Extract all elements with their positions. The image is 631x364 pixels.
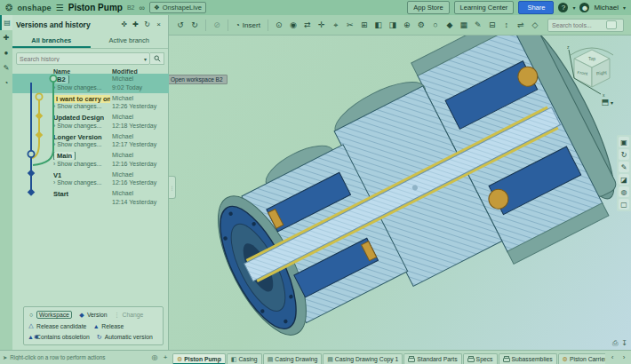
parts-list-icon[interactable]: ▣	[619, 137, 629, 147]
redo-icon[interactable]: ↻	[188, 19, 201, 32]
cylindrical-mate-icon[interactable]: ⊞	[358, 19, 371, 32]
export-icon[interactable]: ↧	[621, 339, 627, 348]
help-icon[interactable]: ?	[558, 3, 568, 12]
view-options-cube-icon: ⬒	[601, 98, 609, 107]
display-states-icon[interactable]: ◍	[619, 186, 629, 197]
orient-icon[interactable]: ⊙	[273, 19, 285, 32]
history-clock-icon[interactable]: ◔	[0, 75, 12, 91]
refresh-graph-button[interactable]: ↻	[141, 19, 153, 30]
title-bar: ❂ onshape ☰ Piston Pump B2 ∞ ❖ OnshapeLi…	[0, 0, 631, 15]
group-icon[interactable]: ◆	[443, 19, 456, 32]
follow-mode-icon[interactable]: ✎	[0, 60, 12, 75]
version-row-longer-version[interactable]: Longer Version › Show changes... Michael…	[12, 131, 169, 151]
show-changes-link[interactable]: › Show changes...	[53, 103, 101, 109]
version-row-v1[interactable]: V1 › Show changes... Michael 12:16 Yeste…	[12, 170, 169, 189]
canvas-right-rail: ▣ ↻ ✎ ◪ ◍ ▢	[617, 135, 631, 211]
onshape-live-badge[interactable]: ❖ OnshapeLive	[149, 2, 206, 13]
section-view-icon[interactable]: ◪	[619, 174, 629, 185]
mate-icon[interactable]: ◉	[287, 19, 300, 32]
tab-piston-pump[interactable]: ⚙ Piston Pump	[172, 353, 226, 364]
model-canvas[interactable]: Open workspace B2 Top Front Right z x ⬒ …	[169, 36, 631, 350]
rollback-icon[interactable]: ⊘	[211, 19, 223, 32]
revolute-mate-icon[interactable]: ✛	[316, 19, 328, 32]
pattern-icon[interactable]: ▦	[458, 19, 470, 32]
version-row-main[interactable]: Main › Show changes... Michael 12:16 Yes…	[12, 150, 169, 170]
planar-mate-icon[interactable]: ✂	[344, 19, 356, 32]
ball-mate-icon[interactable]: ◨	[387, 19, 399, 32]
tab-standard-parts[interactable]: Standard Parts	[403, 353, 461, 364]
release-candidate-legend-icon: △	[28, 322, 35, 329]
show-changes-link[interactable]: › Show changes...	[53, 123, 101, 129]
comments-icon[interactable]: ●	[0, 45, 12, 60]
tab-piston-carrier-assembly[interactable]: ⚙ Piston Carrier Assembly	[558, 353, 605, 364]
tab-scroll-right-icon[interactable]: ›	[619, 352, 629, 363]
tab-label: Standard Parts	[417, 356, 457, 362]
slider-mate-icon[interactable]: ⌖	[330, 19, 342, 32]
user-name[interactable]: Michael	[594, 4, 619, 12]
exploded-view-icon[interactable]: ◇	[529, 19, 541, 32]
tab-active-branch[interactable]: Active branch	[91, 34, 169, 48]
show-changes-link[interactable]: › Show changes...	[53, 141, 101, 147]
pin-slot-mate-icon[interactable]: ◧	[372, 19, 385, 32]
tab-scroll-left-icon[interactable]: ‹	[607, 352, 618, 363]
insert-button[interactable]: ◔ Insert	[233, 21, 263, 29]
close-panel-button[interactable]: ×	[153, 19, 164, 30]
tab-specs[interactable]: Specs	[463, 353, 498, 364]
create-branch-button[interactable]: ✚	[130, 19, 141, 30]
user-menu-caret-icon[interactable]: ▾	[623, 4, 626, 11]
expand-caret-icon: ›	[53, 84, 55, 91]
version-row-updated-design[interactable]: Updated Design › Show changes... Michael…	[12, 112, 169, 131]
version-row-carry-on[interactable]: I want to carry on here › Show changes..…	[12, 93, 169, 113]
replicate-icon[interactable]: ⇌	[515, 19, 527, 32]
version-row-b2[interactable]: B2 › Show changes... Michael 9:02 Today	[12, 74, 169, 93]
help-caret-icon[interactable]: ▾	[572, 4, 575, 11]
obsoletion-legend-icon: ▲✱	[28, 334, 35, 341]
tab-casing-drawing[interactable]: ▤ Casing Drawing	[263, 353, 323, 364]
learning-center-button[interactable]: Learning Center	[454, 1, 515, 14]
share-link-icon[interactable]: ∞	[139, 4, 144, 12]
standard-content-icon[interactable]: ⊟	[486, 19, 499, 32]
row-author: Michael	[112, 190, 133, 196]
isolate-icon[interactable]: ▢	[619, 199, 629, 210]
version-row-start[interactable]: Start Michael 12:14 Yesterday	[12, 188, 169, 208]
graph-zoom-fit-button[interactable]: ◎	[149, 352, 160, 363]
fastened-mate-icon[interactable]: ⇄	[301, 19, 314, 32]
tool-search-input[interactable]	[552, 22, 603, 28]
view-cube[interactable]: Top Front Right z x	[565, 43, 619, 99]
versions-history-icon[interactable]: ▤	[0, 15, 12, 30]
tab-casing[interactable]: ◧ Casing	[227, 353, 262, 364]
create-version-icon[interactable]: ✚	[0, 30, 12, 45]
tab-all-branches[interactable]: All branches	[12, 34, 91, 48]
pump-model-3d[interactable]	[169, 36, 631, 350]
show-changes-link[interactable]: › Show changes...	[53, 84, 101, 91]
part-studio-tab-icon: ◧	[231, 356, 237, 363]
mate-relation-icon[interactable]: ↕	[500, 19, 513, 32]
renaming-workspace-label[interactable]: I want to carry on here	[53, 95, 110, 103]
history-search-input[interactable]	[20, 56, 144, 62]
legend-obsoletion-label: Contains obsoletion	[36, 334, 90, 340]
mate-connector-icon[interactable]: ○	[429, 19, 442, 32]
show-changes-link[interactable]: › Show changes...	[53, 179, 101, 186]
tab-casing-drawing-copy-1[interactable]: ▤ Casing Drawing Copy 1	[323, 353, 403, 364]
search-filter-caret-icon[interactable]: ▾	[144, 56, 147, 62]
tab-label: Casing Drawing Copy 1	[335, 356, 398, 362]
view-options-button[interactable]: ⬒ ▾	[601, 98, 613, 107]
edit-in-context-icon[interactable]: ✎	[472, 19, 484, 32]
add-tab-button[interactable]: +	[160, 352, 171, 363]
tangent-mate-icon[interactable]: ⚙	[415, 19, 427, 32]
named-views-icon[interactable]: ↻	[619, 149, 629, 160]
app-store-button[interactable]: App Store	[407, 1, 449, 14]
parallel-mate-icon[interactable]: ⊕	[401, 19, 413, 32]
panel-resize-handle[interactable]: ⋮	[169, 176, 176, 199]
edit-appearance-icon[interactable]: ✎	[619, 162, 629, 172]
change-legend-icon: ⋮	[114, 312, 121, 319]
show-changes-link[interactable]: › Show changes...	[53, 161, 101, 167]
main-menu-icon[interactable]: ☰	[56, 3, 64, 12]
user-avatar[interactable]: ☻	[579, 3, 589, 12]
print-icon[interactable]: ⎙	[612, 339, 618, 348]
undo-icon[interactable]: ↺	[174, 19, 187, 32]
tab-subassemblies[interactable]: Subassemblies	[499, 353, 557, 364]
share-button[interactable]: Share	[518, 1, 554, 14]
create-version-button[interactable]: ✜	[118, 19, 130, 30]
search-submit-button[interactable]	[150, 52, 164, 65]
